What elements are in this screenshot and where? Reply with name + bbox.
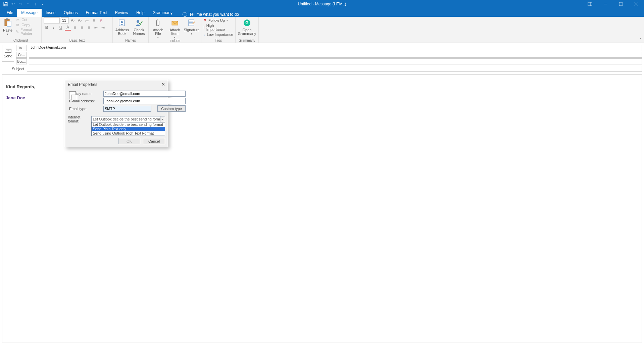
send-button[interactable]: Send [2,45,14,62]
collapse-ribbon-icon[interactable]: ⌃ [639,38,642,41]
email-type-label: Email type: [69,107,101,111]
chevron-down-icon: ▾ [227,19,228,22]
dialog-title: Email Properties [68,82,97,87]
italic-icon[interactable]: I [51,24,57,31]
cc-button[interactable]: Cc... [16,52,27,58]
format-painter-icon: ✎ [15,29,19,34]
cc-field[interactable] [29,52,642,58]
ok-button[interactable]: OK [118,138,140,144]
tab-grammarly[interactable]: Grammarly [149,9,177,17]
format-option-rtf[interactable]: Send using Outlook Rich Text Format [92,131,165,136]
shrink-font-icon[interactable]: A▾ [77,17,83,23]
save-icon[interactable] [3,1,9,7]
signature-button[interactable]: Signature ▾ [184,17,199,35]
attach-file-button[interactable]: Attach File ▾ [151,17,165,39]
low-importance-button[interactable]: ↓Low Importance [203,33,233,37]
dialog-close-icon[interactable]: ✕ [161,82,165,87]
svg-rect-10 [6,18,8,20]
tab-format-text[interactable]: Format Text [82,9,111,17]
redo-icon[interactable]: ↷ [17,1,23,7]
check-names-icon [134,18,144,28]
underline-icon[interactable]: U [58,24,64,31]
tab-help[interactable]: Help [132,9,149,17]
tell-me[interactable]: Tell me what you want to do [177,12,239,17]
format-painter-button: ✎Format Painter [15,28,39,36]
check-names-button[interactable]: Check Names [132,17,146,36]
internet-format-label: Internet format: [68,115,89,123]
copy-button: ⧉Copy [15,22,39,27]
group-label-names: Names [115,39,146,43]
copy-icon: ⧉ [15,22,20,27]
address-book-button[interactable]: Address Book [115,17,130,36]
display-name-input[interactable] [103,91,186,97]
open-grammarly-button[interactable]: G Open Grammarly [238,17,256,36]
paste-button[interactable]: Paste ▾ [2,17,13,36]
low-importance-label: Low Importance [207,33,233,37]
high-importance-button[interactable]: !High Importance [203,23,233,32]
window-controls [582,0,644,8]
to-field[interactable]: JohnDoe@email.com [29,45,642,51]
to-button[interactable]: To... [16,45,27,51]
group-grammarly: G Open Grammarly Grammarly [236,17,259,43]
decrease-indent-icon[interactable]: ⇤ [93,24,99,31]
cut-button[interactable]: ✂Cut [15,17,39,22]
tab-file[interactable]: File [3,9,17,17]
group-label-include: Include [151,39,199,43]
next-icon[interactable]: ↓ [32,1,38,7]
chevron-down-icon: ▾ [7,33,8,36]
align-left-icon[interactable]: ≡ [72,24,78,31]
format-option-plain[interactable]: Send Plain Text only [92,127,165,131]
send-label: Send [4,54,12,58]
paste-icon [3,18,12,28]
numbering-icon[interactable]: ≡ [91,17,97,23]
bullets-icon[interactable]: ≔ [84,17,90,23]
font-size-input[interactable] [61,17,69,23]
open-grammarly-label: Open Grammarly [238,28,256,36]
custom-type-button[interactable]: Custom type [157,105,186,112]
copy-label: Copy [21,23,30,27]
maximize-icon[interactable] [613,0,629,8]
grow-font-icon[interactable]: A▴ [70,17,76,23]
coming-soon-icon[interactable] [582,0,598,8]
tab-review[interactable]: Review [111,9,132,17]
format-painter-label: Format Painter [20,28,39,36]
cut-icon: ✂ [15,17,20,22]
bcc-field[interactable] [29,58,642,64]
internet-format-value: Let Outlook decide the best sending form [93,117,160,121]
attach-item-button[interactable]: Attach Item ▾ [167,17,182,39]
follow-up-button[interactable]: ⚑Follow Up▾ [203,18,233,22]
qat-customize-icon[interactable]: ▾ [40,1,46,7]
chevron-down-icon[interactable]: ▾ [160,116,165,122]
close-icon[interactable] [629,0,644,8]
font-family-input[interactable] [44,17,60,23]
undo-icon[interactable]: ↶ [10,1,16,7]
title-bar: ↶ ↷ ↑ ↓ ▾ Untitled - Message (HTML) [0,0,644,8]
font-color-icon[interactable]: A [65,24,71,31]
tab-options[interactable]: Options [60,9,82,17]
email-address-input[interactable] [103,98,186,104]
bold-icon[interactable]: B [44,24,50,31]
to-recipient[interactable]: JohnDoe@email.com [31,45,66,49]
attach-item-icon [170,18,180,28]
email-properties-dialog: Email Properties ✕ Display name: E-mail … [65,80,168,147]
align-right-icon[interactable]: ≡ [86,24,92,31]
signature-icon [187,18,196,28]
attach-item-label: Attach Item [167,28,182,36]
previous-icon[interactable]: ↑ [25,1,31,7]
svg-rect-11 [7,21,11,27]
cancel-button[interactable]: Cancel [143,138,165,144]
tab-insert[interactable]: Insert [42,9,60,17]
format-option-auto[interactable]: Let Outlook decide the best sending form… [92,122,165,127]
increase-indent-icon[interactable]: ⇥ [100,24,106,31]
internet-format-select[interactable]: Let Outlook decide the best sending form… [91,116,165,122]
align-center-icon[interactable]: ≡ [79,24,85,31]
tell-me-label: Tell me what you want to do [189,12,239,17]
svg-rect-3 [588,2,592,6]
tab-message[interactable]: Message [17,9,42,17]
group-clipboard: Paste ▾ ✂Cut ⧉Copy ✎Format Painter Clipb… [0,17,42,43]
subject-field[interactable] [27,66,642,72]
minimize-icon[interactable] [598,0,613,8]
group-label-clipboard: Clipboard [2,39,39,43]
clear-formatting-icon[interactable]: A̷ [98,17,104,23]
bcc-button[interactable]: Bcc... [16,58,27,64]
